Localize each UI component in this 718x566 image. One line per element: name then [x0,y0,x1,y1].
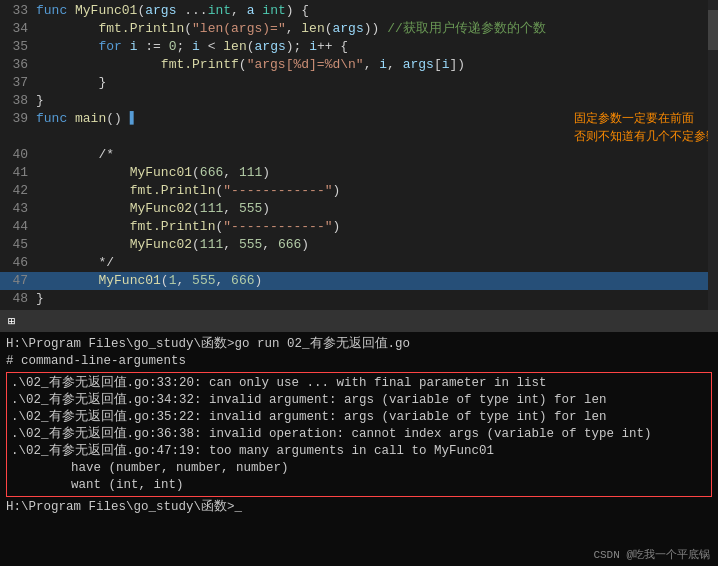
line-code: func main() ▌ [36,110,554,128]
terminal-body[interactable]: H:\Program Files\go_study\函数>go run 02_有… [0,332,718,566]
term-hash-line: # command-line-arguments [6,353,712,370]
code-line: 45 MyFunc02(111, 555, 666) [0,236,718,254]
code-line: 38} [0,92,718,110]
line-code: */ [36,254,718,272]
line-number: 39 [0,110,36,128]
line-code: MyFunc02(111, 555) [36,200,718,218]
error-line: .\02_有参无返回值.go:36:38: invalid operation:… [11,426,707,443]
line-number: 36 [0,56,36,74]
code-line: 36 fmt.Printf("args[%d]=%d\n", i, args[i… [0,56,718,74]
line-number: 38 [0,92,36,110]
line-number: 42 [0,182,36,200]
error-line: .\02_有参无返回值.go:34:32: invalid argument: … [11,392,707,409]
line-code: MyFunc01(1, 555, 666) [36,272,718,290]
line-code: fmt.Println("------------") [36,218,718,236]
term-final-prompt: H:\Program Files\go_study\函数>_ [6,499,712,516]
code-line: 46 */ [0,254,718,272]
annotation: 固定参数一定要在前面否则不知道有几个不定参数 [574,110,718,146]
code-line: 35 for i := 0; i < len(args); i++ { [0,38,718,56]
terminal-titlebar: ⊞ [0,310,718,332]
line-number: 35 [0,38,36,56]
line-code: /* [36,146,718,164]
line-number: 34 [0,20,36,38]
app-container: 33func MyFunc01(args ...int, a int) {34 … [0,0,718,566]
line-code: for i := 0; i < len(args); i++ { [36,38,718,56]
csdn-badge: CSDN @吃我一个平底锅 [593,547,710,562]
code-line: 47 MyFunc01(1, 555, 666) [0,272,718,290]
code-line: 34 fmt.Println("len(args)=", len(args)) … [0,20,718,38]
code-line: 39func main() ▌固定参数一定要在前面否则不知道有几个不定参数 [0,110,718,146]
code-line: 33func MyFunc01(args ...int, a int) { [0,2,718,20]
line-number: 47 [0,272,36,290]
line-number: 37 [0,74,36,92]
line-code: fmt.Println("len(args)=", len(args)) //获… [36,20,718,38]
line-number: 45 [0,236,36,254]
line-number: 44 [0,218,36,236]
line-code: MyFunc02(111, 555, 666) [36,236,718,254]
line-code: fmt.Printf("args[%d]=%d\n", i, args[i]) [36,56,718,74]
code-line: 48} [0,290,718,308]
line-code: fmt.Println("------------") [36,182,718,200]
line-number: 33 [0,2,36,20]
line-number: 48 [0,290,36,308]
line-code: } [36,92,718,110]
line-code: } [36,290,718,308]
error-line: .\02_有参无返回值.go:33:20: can only use ... w… [11,375,707,392]
line-number: 46 [0,254,36,272]
line-code: func MyFunc01(args ...int, a int) { [36,2,718,20]
terminal-wrapper: ⊞ H:\Program Files\go_study\函数>go run 02… [0,310,718,566]
error-box: .\02_有参无返回值.go:33:20: can only use ... w… [6,372,712,497]
code-editor: 33func MyFunc01(args ...int, a int) {34 … [0,0,718,310]
code-line: 49 [0,308,718,310]
error-line: .\02_有参无返回值.go:47:19: too many arguments… [11,443,707,460]
terminal-icon: ⊞ [8,314,15,329]
code-line: 44 fmt.Println("------------") [0,218,718,236]
line-code: } [36,74,718,92]
error-line: have (number, number, number) [11,460,707,477]
error-line: want (int, int) [11,477,707,494]
line-number: 49 [0,308,36,310]
error-line: .\02_有参无返回值.go:35:22: invalid argument: … [11,409,707,426]
code-line: 42 fmt.Println("------------") [0,182,718,200]
code-line: 41 MyFunc01(666, 111) [0,164,718,182]
line-number: 43 [0,200,36,218]
line-number: 41 [0,164,36,182]
line-code: MyFunc01(666, 111) [36,164,718,182]
code-line: 40 /* [0,146,718,164]
code-line: 43 MyFunc02(111, 555) [0,200,718,218]
term-prompt-line: H:\Program Files\go_study\函数>go run 02_有… [6,336,712,353]
line-number: 40 [0,146,36,164]
code-line: 37 } [0,74,718,92]
